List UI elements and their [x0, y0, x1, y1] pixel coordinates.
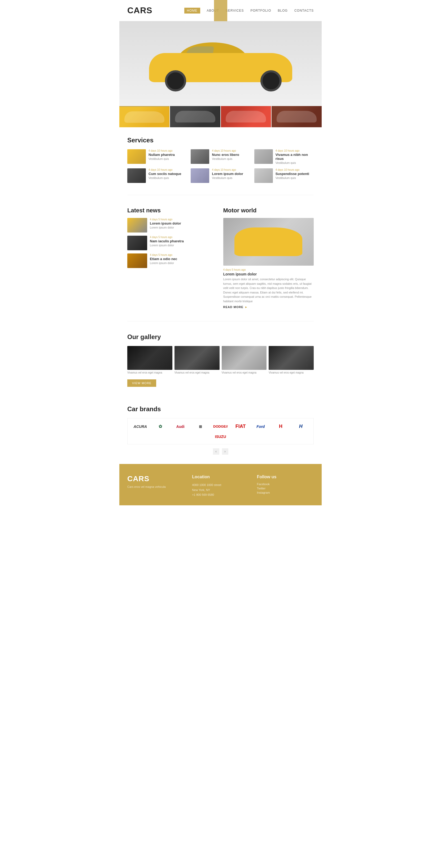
brand-aston[interactable]: ✿ [153, 424, 168, 429]
divider-2 [127, 321, 314, 321]
nav-home[interactable]: HOME [184, 8, 200, 13]
service-sub-6: Vestibulum quis [275, 176, 309, 180]
brand-fiat[interactable]: FIAT [233, 424, 248, 429]
service-sub-1: Vestibulum quis [148, 157, 175, 160]
gallery-image-2 [175, 346, 219, 370]
read-more-button[interactable]: READ MORE ► [223, 305, 248, 309]
gallery-caption-3: Vivamus vel eros eget magna [222, 371, 267, 374]
footer-link-instagram[interactable]: Instagram [257, 491, 314, 494]
news-motor-section: Latest news 4 days 5 hours ago Lorem ips… [119, 198, 322, 318]
service-item: 4 days 10 hours ago Nullam pharetra Vest… [127, 149, 187, 164]
news-thumb-1 [127, 218, 147, 232]
nav-contacts[interactable]: CONTACTS [294, 9, 314, 12]
hero-thumbnails [119, 106, 322, 127]
service-meta-2: 4 days 10 hours ago [212, 149, 239, 152]
motor-world-title: Motor world [223, 207, 314, 214]
service-sub-5: Vestibulum quis [212, 176, 243, 180]
brands-container: ACURA ✿ Audi ⊞ DODGE// FIAT Ford H H ISU… [127, 418, 314, 444]
gallery-image-4 [269, 346, 314, 370]
motor-body-text: Lorem ipsum dolor sit amet, consectetur … [223, 277, 314, 303]
gallery-section: Our gallery Vivamus vel eros eget magna … [119, 324, 322, 396]
brands-navigation: ‹ › [127, 448, 314, 455]
footer-logo: CARS [127, 474, 184, 483]
isuzu-icon: ISUZU [215, 435, 226, 439]
service-name-3: Vivamus a nibh non risus [275, 153, 314, 161]
news-item-1: 4 days 5 hours ago Lorem ipsum dolor Lor… [127, 218, 218, 232]
footer-location-col: Location 4000 1000 1000 street New York,… [192, 474, 249, 497]
service-item: 4 days 10 hours ago Nunc eros libero Ves… [191, 149, 250, 164]
cadillac-icon: ⊞ [199, 425, 202, 429]
brands-prev-button[interactable]: ‹ [213, 448, 219, 455]
brand-dodge[interactable]: DODGE// [213, 425, 228, 428]
service-item: 4 days 10 hours ago Cum sociis natoque V… [127, 168, 187, 183]
services-title: Services [127, 136, 314, 144]
thumb-1[interactable] [119, 106, 170, 127]
footer-link-twitter[interactable]: Twitter [257, 487, 314, 490]
ford-icon: Ford [257, 425, 265, 429]
service-meta-4: 4 days 10 hours ago [148, 168, 181, 171]
aston-icon: ✿ [158, 424, 162, 429]
car-illustration [144, 34, 297, 93]
service-sub-4: Vestibulum quis [148, 176, 181, 180]
service-thumb-4 [127, 168, 146, 183]
thumb-2[interactable] [170, 106, 220, 127]
gallery-item-3[interactable]: Vivamus vel eros eget magna [222, 346, 267, 374]
brand-cadillac[interactable]: ⊞ [193, 425, 208, 429]
news-item-2: 4 days 5 hours ago Nam iaculis pharetra … [127, 236, 218, 250]
news-meta-1: 4 days 5 hours ago [150, 218, 181, 221]
brands-title: Car brands [127, 405, 314, 413]
footer-grid: CARS Cars eros vel magna vehicula Locati… [127, 474, 314, 497]
gallery-caption-2: Vivamus vel eros eget magna [175, 371, 219, 374]
nav-portfolio[interactable]: PORTFOLIO [250, 9, 271, 12]
gallery-item-4[interactable]: Vivamus vel eros eget magna [269, 346, 314, 374]
brand-honda[interactable]: H [273, 424, 288, 429]
header-accent-bar [214, 0, 227, 21]
brands-next-button[interactable]: › [222, 448, 228, 455]
footer: CARS Cars eros vel magna vehicula Locati… [119, 464, 322, 505]
nav-blog[interactable]: BLOG [278, 9, 288, 12]
news-title-2: Nam iaculis pharetra [150, 239, 184, 243]
brand-acura[interactable]: ACURA [133, 425, 148, 429]
news-sub-2: Lorem ipsum dolor [150, 244, 184, 247]
service-item: 4 days 10 hours ago Suspendisse potenti … [254, 168, 314, 183]
brand-audi[interactable]: Audi [173, 425, 188, 429]
news-title-1: Lorem ipsum dolor [150, 221, 181, 225]
service-name-1: Nullam pharetra [148, 153, 175, 157]
nav-services[interactable]: SERVICES [226, 9, 244, 12]
service-thumb-1 [127, 149, 146, 164]
news-title-3: Etiam a odio nec [150, 257, 177, 261]
fiat-icon: FIAT [235, 424, 246, 429]
service-meta-6: 4 days 10 hours ago [275, 168, 309, 171]
brand-ford[interactable]: Ford [253, 425, 268, 429]
gallery-item-2[interactable]: Vivamus vel eros eget magna [175, 346, 219, 374]
gallery-image-3 [222, 346, 267, 370]
thumb-4[interactable] [271, 106, 322, 127]
news-sub-1: Lorem ipsum dolor [150, 226, 181, 229]
hero-car-image [119, 21, 322, 106]
service-sub-3: Vestibulum quis [275, 161, 314, 164]
hyundai-icon: H [299, 424, 302, 429]
service-thumb-2 [191, 149, 209, 164]
service-meta-3: 4 days 10 hours ago [275, 149, 314, 152]
honda-icon: H [279, 424, 283, 429]
read-more-arrow-icon: ► [245, 305, 248, 309]
footer-address2: New York, NY [192, 488, 249, 493]
car-wheel-left [165, 70, 186, 91]
footer-link-facebook[interactable]: Facebook [257, 483, 314, 486]
news-thumb-2 [127, 236, 147, 250]
thumb-3[interactable] [221, 106, 271, 127]
news-meta-2: 4 days 5 hours ago [150, 236, 184, 239]
footer-brand-col: CARS Cars eros vel magna vehicula [127, 474, 184, 497]
motor-world-col: Motor world 4 days 5 hours ago Lorem ips… [223, 207, 314, 309]
news-thumb-3 [127, 253, 147, 268]
brand-hyundai[interactable]: H [293, 424, 308, 429]
brands-section: Car brands ACURA ✿ Audi ⊞ DODGE// FIAT F… [119, 396, 322, 464]
service-thumb-5 [191, 168, 209, 183]
service-item: 4 days 10 hours ago Lorem ipsum dolor Ve… [191, 168, 250, 183]
view-more-button[interactable]: VIEW MORE [127, 379, 156, 387]
brand-isuzu[interactable]: ISUZU [133, 435, 308, 439]
service-thumb-3 [254, 149, 273, 164]
latest-news-col: Latest news 4 days 5 hours ago Lorem ips… [127, 207, 218, 309]
footer-phone: +1 800 569 6580 [192, 492, 249, 497]
gallery-item-1[interactable]: Vivamus vel eros eget magna [127, 346, 172, 374]
